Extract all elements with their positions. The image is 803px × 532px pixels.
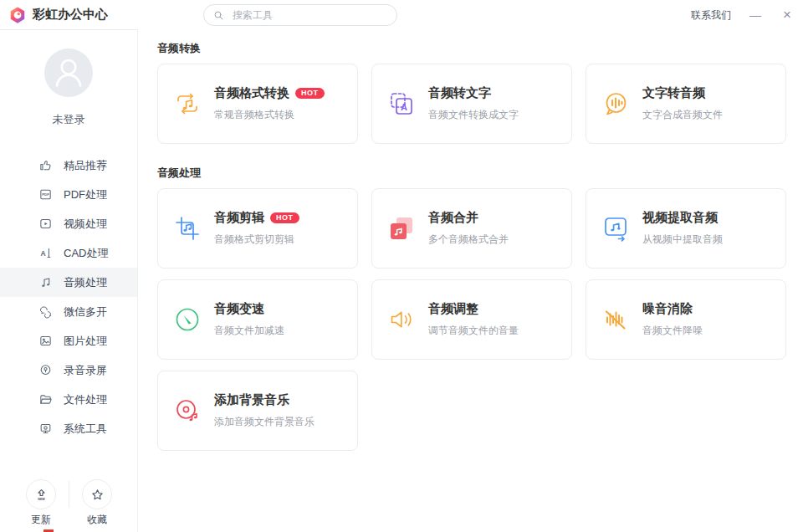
card-text: 音频格式转换 HOT 常规音频格式转换 [214, 85, 325, 122]
record-icon [38, 363, 53, 377]
card-title: 视频提取音频 [642, 210, 718, 226]
card-subtitle: 文字合成音频文件 [642, 108, 723, 122]
sidebar-item-label: 录音录屏 [64, 363, 107, 378]
sidebar-item-featured[interactable]: 精品推荐 [0, 151, 137, 180]
format-convert-icon [172, 89, 202, 119]
card-title: 添加背景音乐 [214, 392, 289, 408]
search-input[interactable] [231, 8, 388, 22]
card-subtitle: 从视频中提取音频 [642, 233, 723, 247]
section-0: 音频转换 音频格式转换 HOT 常规音频格式转换 A 音频转文字 音频文件转换成… [157, 42, 786, 144]
sidebar-item-audio[interactable]: 音频处理 [0, 268, 137, 297]
card-subtitle: 音频文件降噪 [642, 324, 703, 338]
star-button[interactable]: 收藏 [71, 479, 123, 527]
close-button[interactable]: × [780, 0, 795, 30]
card-subtitle: 调节音频文件的音量 [428, 324, 519, 338]
search-icon [212, 9, 225, 22]
volume-icon [386, 304, 417, 335]
sidebar-item-label: 精品推荐 [64, 158, 107, 173]
card-title: 音频转文字 [428, 85, 491, 101]
card-subtitle: 常规音频格式转换 [214, 108, 325, 122]
card-subtitle: 音频格式剪切剪辑 [214, 233, 299, 247]
sidebar-item-record[interactable]: 录音录屏 [0, 356, 137, 385]
video-icon [38, 217, 53, 231]
hot-badge: HOT [270, 212, 299, 223]
footer-button-label: 收藏 [71, 513, 123, 527]
card-title: 音频格式转换 [214, 85, 289, 101]
card-title: 音频调整 [428, 301, 478, 317]
svg-text:A: A [40, 249, 45, 258]
card-title: 音频变速 [214, 301, 264, 317]
card-text: 音频调整 调节音频文件的音量 [428, 301, 519, 338]
footer-button-label: 更新 [15, 513, 67, 527]
tool-card-volume[interactable]: 音频调整 调节音频文件的音量 [371, 279, 572, 360]
card-title: 文字转音频 [642, 85, 705, 101]
card-grid: 音频剪辑 HOT 音频格式剪切剪辑 音频合并 多个音频格式合并 视频提取音 [157, 188, 786, 451]
text-to-audio-icon [601, 89, 631, 119]
sidebar-item-label: PDF处理 [64, 187, 107, 202]
sidebar-item-pdf[interactable]: PDF PDF处理 [0, 180, 137, 209]
sidebar-item-video[interactable]: 视频处理 [0, 209, 137, 238]
tool-card-video-extract[interactable]: 视频提取音频 从视频中提取音频 [586, 188, 786, 269]
card-text: 添加背景音乐 添加音频文件背景音乐 [214, 392, 315, 429]
featured-icon [38, 158, 53, 172]
card-title: 噪音消除 [642, 301, 693, 317]
tool-card-text-to-audio[interactable]: 文字转音频 文字合成音频文件 [586, 64, 786, 144]
sidebar-item-file[interactable]: 文件处理 [0, 385, 137, 414]
sidebar-item-system[interactable]: 系统工具 [0, 414, 137, 443]
tool-card-format-convert[interactable]: 音频格式转换 HOT 常规音频格式转换 [157, 64, 358, 144]
card-text: 文字转音频 文字合成音频文件 [642, 85, 723, 122]
sidebar-item-cad[interactable]: A CAD处理 [0, 238, 137, 268]
system-icon [38, 422, 53, 436]
card-subtitle: 音频文件转换成文字 [428, 108, 519, 122]
card-title: 音频剪辑 [214, 210, 264, 226]
star-icon [82, 479, 112, 509]
search-box[interactable] [203, 4, 397, 26]
cad-icon: A [38, 246, 53, 260]
minimize-button[interactable]: — [748, 0, 763, 30]
section-title: 音频转换 [157, 42, 786, 55]
main-content: 音频转换 音频格式转换 HOT 常规音频格式转换 A 音频转文字 音频文件转换成… [139, 30, 803, 532]
card-grid: 音频格式转换 HOT 常规音频格式转换 A 音频转文字 音频文件转换成文字 [157, 64, 786, 144]
hot-badge: HOT [295, 88, 325, 99]
tool-card-noise[interactable]: 噪音消除 音频文件降噪 [586, 279, 786, 360]
svg-text:A: A [401, 102, 407, 112]
card-subtitle: 音频文件加减速 [214, 324, 284, 338]
app-title: 彩虹办公中心 [33, 7, 108, 23]
audio-icon [38, 275, 53, 289]
avatar[interactable] [44, 49, 93, 97]
sidebar-menu: 精品推荐 PDF PDF处理 视频处理 A CAD处理 音频处理 微信多开 图片… [0, 151, 137, 443]
sidebar-item-label: 视频处理 [64, 217, 107, 232]
svg-text:PDF: PDF [42, 192, 49, 197]
card-text: 音频变速 音频文件加减速 [214, 301, 284, 338]
sidebar: 未登录 精品推荐 PDF PDF处理 视频处理 A CAD处理 音频处理 微信多… [0, 30, 138, 532]
tool-card-audio-to-text[interactable]: A 音频转文字 音频文件转换成文字 [371, 64, 572, 144]
sidebar-item-label: 微信多开 [64, 304, 107, 320]
sidebar-item-label: 文件处理 [64, 392, 107, 407]
card-title: 音频合并 [428, 210, 478, 226]
update-button[interactable]: NEW 更新 [15, 479, 67, 527]
sidebar-item-wechat[interactable]: 微信多开 [0, 297, 137, 326]
audio-to-text-icon: A [386, 89, 417, 119]
audio-merge-icon [386, 213, 417, 243]
account-area: 未登录 [0, 30, 137, 127]
audio-cut-icon [172, 213, 202, 243]
app-logo-icon [8, 6, 27, 24]
tool-card-audio-merge[interactable]: 音频合并 多个音频格式合并 [371, 188, 572, 269]
sidebar-item-label: 图片处理 [64, 334, 107, 349]
logo-area: 彩虹办公中心 [0, 0, 138, 30]
card-text: 音频转文字 音频文件转换成文字 [428, 85, 519, 122]
sidebar-item-image[interactable]: 图片处理 [0, 326, 137, 356]
contact-us-link[interactable]: 联系我们 [691, 8, 731, 23]
footer-divider [69, 481, 69, 508]
card-subtitle: 多个音频格式合并 [428, 233, 509, 247]
section-1: 音频处理 音频剪辑 HOT 音频格式剪切剪辑 音频合并 多个音频格式合并 [157, 166, 786, 451]
tool-card-audio-cut[interactable]: 音频剪辑 HOT 音频格式剪切剪辑 [157, 188, 358, 269]
card-text: 噪音消除 音频文件降噪 [642, 301, 703, 338]
login-status[interactable]: 未登录 [0, 112, 137, 127]
tool-card-bgm[interactable]: 添加背景音乐 添加音频文件背景音乐 [157, 371, 358, 451]
sidebar-item-label: CAD处理 [64, 246, 108, 261]
pdf-icon: PDF [38, 187, 53, 202]
tool-card-speed[interactable]: 音频变速 音频文件加减速 [157, 279, 358, 360]
video-extract-icon [601, 213, 631, 243]
title-bar: 彩虹办公中心 联系我们 — × [0, 0, 803, 30]
